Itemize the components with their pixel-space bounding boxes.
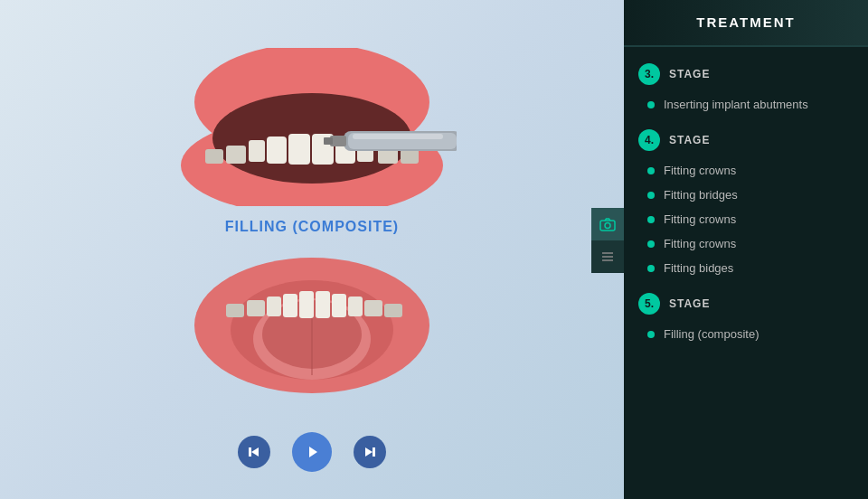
svg-rect-17 xyxy=(353,134,443,139)
svg-rect-25 xyxy=(316,291,330,318)
stage-4-section: 4. STAGE Fitting crowns Fitting bridges … xyxy=(624,122,868,280)
svg-rect-30 xyxy=(364,300,382,316)
stage-4-item-5[interactable]: Fitting bidges xyxy=(624,256,868,280)
item-dot xyxy=(647,240,655,248)
svg-rect-24 xyxy=(299,291,314,318)
svg-marker-35 xyxy=(309,447,317,457)
svg-rect-36 xyxy=(373,447,375,457)
item-dot xyxy=(647,216,655,223)
svg-rect-16 xyxy=(324,137,333,145)
sidebar-title: TREATMENT xyxy=(696,14,795,30)
sidebar-header: TREATMENT xyxy=(624,0,868,47)
stage-4-title-row: 4. STAGE xyxy=(624,122,868,158)
stage-3-item-1[interactable]: Inserting implant abutments xyxy=(624,92,868,117)
sidebar-icons xyxy=(591,208,624,273)
svg-rect-9 xyxy=(226,146,246,164)
play-button[interactable] xyxy=(292,432,332,472)
sidebar-content: 3. STAGE Inserting implant abutments 4. … xyxy=(624,47,868,499)
stage-4-item-1-label: Fitting crowns xyxy=(664,164,736,177)
list-icon-button[interactable] xyxy=(591,240,624,273)
svg-rect-26 xyxy=(332,294,346,317)
media-controls xyxy=(238,432,386,472)
stage-5-label: STAGE xyxy=(669,297,710,310)
stage-3-title-row: 3. STAGE xyxy=(624,56,868,92)
svg-rect-11 xyxy=(205,149,223,164)
stage-3-item-1-label: Inserting implant abutments xyxy=(664,98,808,111)
svg-rect-28 xyxy=(348,297,363,316)
item-dot xyxy=(647,192,655,199)
stage-4-item-4[interactable]: Fitting crowns xyxy=(624,231,868,256)
stage-4-item-2[interactable]: Fitting bridges xyxy=(624,183,868,207)
stage-5-title-row: 5. STAGE xyxy=(624,286,868,322)
svg-rect-3 xyxy=(267,137,287,164)
svg-marker-37 xyxy=(365,447,373,457)
stage-3-label: STAGE xyxy=(669,68,710,80)
svg-rect-31 xyxy=(226,304,244,317)
stage-4-item-3[interactable]: Fitting crowns xyxy=(624,207,868,231)
images-area: FILLING (COMPOSITE) xyxy=(167,18,457,432)
svg-rect-7 xyxy=(249,140,265,162)
lower-mouth-image xyxy=(185,244,439,402)
stage-3-section: 3. STAGE Inserting implant abutments xyxy=(624,56,868,117)
prev-button[interactable] xyxy=(238,436,270,468)
next-button[interactable] xyxy=(354,436,386,468)
svg-rect-32 xyxy=(384,304,402,317)
svg-point-39 xyxy=(605,223,610,229)
svg-rect-33 xyxy=(249,447,251,457)
item-dot xyxy=(647,331,655,338)
stage-4-item-2-label: Fitting bridges xyxy=(664,188,738,202)
procedure-label: FILLING (COMPOSITE) xyxy=(225,219,399,235)
stage-5-item-1-label: Filling (composite) xyxy=(664,327,759,341)
stage-4-badge: 4. xyxy=(638,129,660,151)
item-dot xyxy=(647,167,655,174)
svg-rect-12 xyxy=(401,149,419,164)
svg-rect-4 xyxy=(288,134,310,165)
svg-rect-29 xyxy=(247,300,265,316)
svg-rect-27 xyxy=(267,297,281,316)
stage-3-badge: 3. xyxy=(638,63,660,85)
item-dot xyxy=(647,101,655,108)
stage-4-item-4-label: Fitting crowns xyxy=(664,237,736,250)
stage-4-item-1[interactable]: Fitting crowns xyxy=(624,158,868,183)
item-dot xyxy=(647,265,655,272)
main-view: FILLING (COMPOSITE) xyxy=(0,0,624,499)
stage-4-item-3-label: Fitting crowns xyxy=(664,212,736,226)
stage-5-item-1[interactable]: Filling (composite) xyxy=(624,322,868,346)
stage-4-label: STAGE xyxy=(669,134,710,146)
svg-rect-38 xyxy=(600,221,615,231)
stage-4-item-5-label: Fitting bidges xyxy=(664,261,733,275)
upper-mouth-image xyxy=(167,48,457,206)
stage-5-badge: 5. xyxy=(638,293,660,315)
svg-rect-23 xyxy=(283,294,297,317)
sidebar: TREATMENT 3. STAGE Inserting implant abu… xyxy=(624,0,868,499)
camera-icon-button[interactable] xyxy=(591,208,624,240)
stage-5-section: 5. STAGE Filling (composite) xyxy=(624,286,868,346)
svg-marker-34 xyxy=(251,447,259,457)
